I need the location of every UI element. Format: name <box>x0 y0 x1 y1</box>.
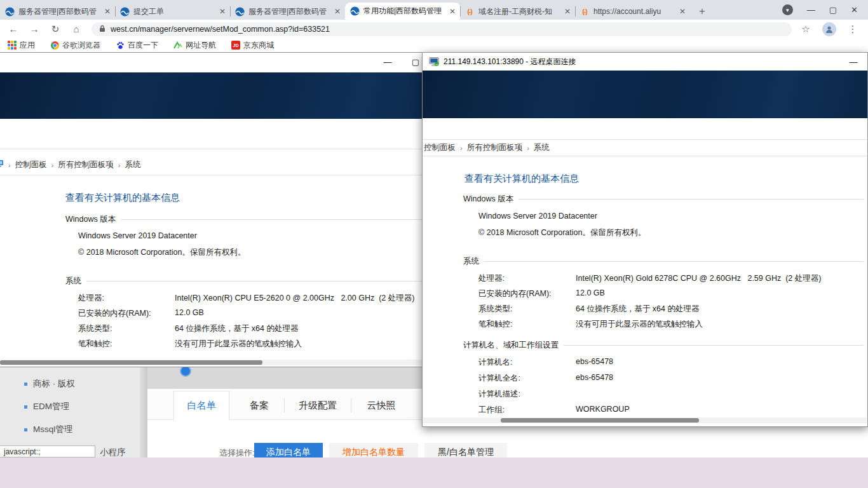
tab-snapshot[interactable]: 云快照 <box>356 391 407 420</box>
sidebar-item-mssql[interactable]: Mssql管理 <box>24 424 72 435</box>
browser-toolbar: ← → ↻ ⌂ west.cn/manager/servernew/setMod… <box>0 20 868 38</box>
rdp-titlebar[interactable]: 211.149.143.101:33890 - 远程桌面连接 — <box>423 53 867 71</box>
section-label: Windows 版本 <box>65 214 116 225</box>
scrollbar-thumb[interactable] <box>501 418 699 423</box>
window-close-button[interactable]: ✕ <box>851 5 858 15</box>
bookmark-apps[interactable]: 应用 <box>8 40 35 51</box>
windows-edition: Windows Server 2019 Datacenter <box>478 212 597 220</box>
browser-tab-3[interactable]: 服务器管理|西部数码管 ✕ <box>230 3 345 20</box>
info-row-pen: 笔和触控:没有可用于此显示器的笔或触控输入 <box>478 319 703 330</box>
breadcrumb-item[interactable]: 所有控制面板项 <box>58 159 114 170</box>
divider <box>0 175 451 175</box>
panel-heading: 查看有关计算机的基本信息 <box>65 192 180 204</box>
tab-close-icon[interactable]: ✕ <box>219 7 226 16</box>
browser-tab-2[interactable]: 提交工单 ✕ <box>115 3 230 20</box>
browser-menu-icon[interactable]: ⋮ <box>845 24 860 35</box>
tab-title: 常用功能|西部数码管理 <box>363 6 445 17</box>
tab-title: https://account.aliyu <box>593 7 675 16</box>
window-maximize-button[interactable]: ▢ <box>829 5 837 15</box>
rdp-icon <box>429 57 439 67</box>
sidebar-item-miniprogram[interactable]: 小程序 <box>100 447 126 458</box>
divider <box>423 156 867 156</box>
breadcrumb-separator: › <box>527 144 529 152</box>
rdp-window-foreground: 211.149.143.101:33890 - 远程桌面连接 — 控制面板 › … <box>422 52 868 427</box>
browser-tab-5[interactable]: (-) 域名注册-工商财税-知 ✕ <box>460 3 575 20</box>
section-label: 计算机名、域和工作组设置 <box>463 340 559 351</box>
remote-desktop-band <box>423 71 867 118</box>
bookmark-label: 谷歌浏览器 <box>62 40 100 51</box>
tab-close-icon[interactable]: ✕ <box>679 7 686 16</box>
lock-icon <box>99 24 105 35</box>
info-row-systype: 系统类型:64 位操作系统，基于 x64 的处理器 <box>478 304 699 315</box>
tab-whitelist[interactable]: 白名单 <box>173 391 229 420</box>
sidebar-item-trademark[interactable]: 商标 · 版权 <box>24 378 75 390</box>
taskbar: W 15:07 2021/11/1 <box>0 458 868 488</box>
address-bar[interactable]: west.cn/manager/servernew/setMod_common.… <box>92 22 792 36</box>
bookmark-star-icon[interactable]: ☆ <box>798 24 813 35</box>
bookmark-label: 百度一下 <box>128 40 158 51</box>
minimize-button[interactable]: — <box>374 57 402 67</box>
window-minimize-button[interactable]: — <box>807 5 815 15</box>
browser-tab-1[interactable]: 服务器管理|西部数码管 ✕ <box>0 3 115 20</box>
section-label: Windows 版本 <box>463 194 513 205</box>
tab-label: 升级配置 <box>299 400 337 412</box>
status-tooltip: javascript:; <box>0 445 95 458</box>
home-icon[interactable]: ⌂ <box>69 24 84 34</box>
tab-title: 域名注册-工商财税-知 <box>478 6 560 17</box>
info-row-computer-desc: 计算机描述: <box>478 389 576 400</box>
baidu-paw-icon <box>116 41 125 50</box>
button-label: 黑/白名单管理 <box>438 447 494 458</box>
minimize-button[interactable]: — <box>839 57 867 67</box>
reload-icon[interactable]: ↻ <box>48 24 63 35</box>
breadcrumb: 控制面板 › 所有控制面板项 › 系统 <box>424 142 550 153</box>
tab-close-icon[interactable]: ✕ <box>334 7 341 16</box>
tab-bar: 服务器管理|西部数码管 ✕ 提交工单 ✕ 服务器管理|西部数码管 ✕ 常用功能|… <box>0 0 868 20</box>
sidebar-item-label: 小程序 <box>100 447 126 458</box>
sidebar-item-edm[interactable]: EDM管理 <box>24 401 69 412</box>
tab-close-icon[interactable]: ✕ <box>104 7 111 16</box>
sidebar-item-label: 商标 · 版权 <box>33 378 75 390</box>
breadcrumb-item[interactable]: 所有控制面板项 <box>467 142 523 153</box>
back-icon[interactable]: ← <box>6 24 21 34</box>
tab-upgrade[interactable]: 升级配置 <box>289 391 346 420</box>
tab-close-icon[interactable]: ✕ <box>449 7 456 16</box>
info-row-workgroup: 工作组:WORKGROUP <box>478 405 630 416</box>
breadcrumb-item[interactable]: 控制面板 <box>15 159 47 170</box>
profile-avatar[interactable] <box>822 22 836 36</box>
sidebar-item-label: EDM管理 <box>33 401 69 412</box>
info-row-computer-name: 计算机名:ebs-65478 <box>478 357 613 368</box>
tab-beian[interactable]: 备案 <box>238 391 280 420</box>
tab-close-icon[interactable]: ✕ <box>564 7 571 16</box>
download-indicator-icon[interactable]: ▾ <box>782 4 793 15</box>
tab-label: 备案 <box>250 400 269 412</box>
rdp-window-title: 211.149.143.101:33890 - 远程桌面连接 <box>444 57 576 67</box>
breadcrumb-item[interactable]: 系统 <box>534 142 550 153</box>
bookmark-jd[interactable]: JD 京东商城 <box>231 40 274 51</box>
forward-icon[interactable]: → <box>27 24 42 34</box>
breadcrumb-item[interactable]: 控制面板 <box>424 142 456 153</box>
bookmark-label: 应用 <box>20 40 35 51</box>
tab-label: 白名单 <box>187 400 216 412</box>
bookmark-nav[interactable]: 网址导航 <box>173 40 216 51</box>
bookmark-chrome[interactable]: 谷歌浏览器 <box>50 40 100 51</box>
copyright: © 2018 Microsoft Corporation。保留所有权利。 <box>478 227 646 238</box>
breadcrumb-item[interactable]: 系统 <box>125 159 141 170</box>
info-row-ram: 已安装的内存(RAM):12.0 GB <box>78 308 204 319</box>
sidebar-item-label: Mssql管理 <box>33 424 72 435</box>
horizontal-scrollbar[interactable] <box>0 360 451 365</box>
west-favicon-icon <box>119 6 130 17</box>
bookmark-baidu[interactable]: 百度一下 <box>116 40 158 51</box>
divider <box>423 139 867 140</box>
rdp-back-titlebar[interactable]: — ▢ <box>0 53 451 71</box>
browser-tab-6[interactable]: (-) https://account.aliyu ✕ <box>575 3 690 20</box>
bracket-favicon-icon: (-) <box>580 6 590 17</box>
scrollbar-thumb[interactable] <box>0 360 262 365</box>
bullet-icon <box>24 383 27 386</box>
browser-tab-4-active[interactable]: 常用功能|西部数码管理 ✕ <box>345 3 460 20</box>
button-label: 添加白名单 <box>266 447 311 458</box>
breadcrumb-separator: › <box>460 144 463 152</box>
new-tab-button[interactable]: + <box>694 3 710 20</box>
section-computer-name: 计算机名、域和工作组设置 <box>463 340 864 351</box>
computer-icon <box>0 159 4 170</box>
horizontal-scrollbar[interactable] <box>423 417 867 423</box>
